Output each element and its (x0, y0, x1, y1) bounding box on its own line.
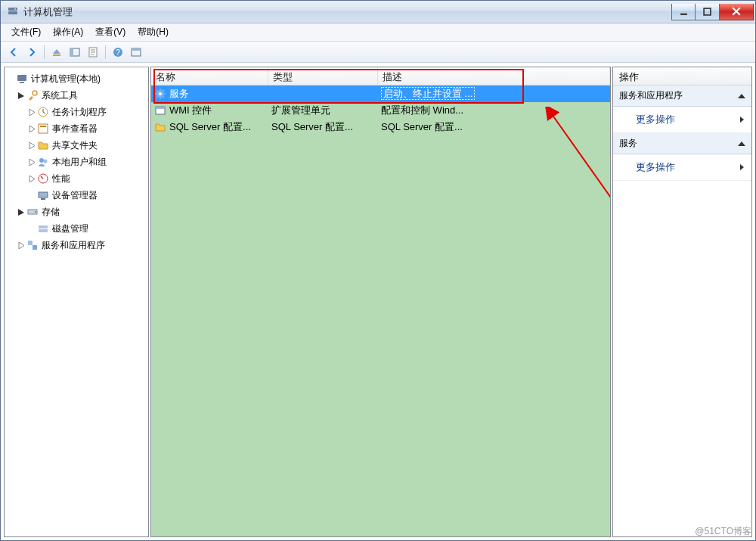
svg-line-30 (552, 114, 611, 296)
actions-section-services-apps[interactable]: 服务和应用程序 (613, 86, 751, 107)
col-header-name[interactable]: 名称 (151, 67, 268, 85)
watermark: @51CTO博客 (695, 525, 751, 538)
folder-icon (154, 121, 166, 133)
action-label: 更多操作 (636, 113, 675, 126)
event-icon (37, 123, 49, 135)
tree-performance[interactable]: 性能 (27, 170, 147, 187)
list-row-services[interactable]: 服务 启动、终止并设置 ... (151, 86, 610, 102)
tree-panel[interactable]: 计算机管理(本地) 系统工具 (4, 67, 149, 537)
list-row-wmi[interactable]: WMI 控件 扩展管理单元 配置和控制 Wind... (151, 102, 610, 119)
svg-point-25 (35, 211, 36, 213)
maximize-button[interactable] (696, 4, 720, 20)
collapse-icon (738, 141, 745, 146)
expand-icon[interactable] (27, 107, 36, 117)
action-more-2[interactable]: 更多操作 (613, 154, 751, 181)
expand-icon[interactable] (27, 141, 36, 150)
tree-system-tools[interactable]: 系统工具 (17, 87, 147, 104)
tree-event-viewer[interactable]: 事件查看器 (27, 120, 147, 137)
cell-desc: 配置和控制 Wind... (381, 104, 463, 116)
action-more-1[interactable]: 更多操作 (613, 107, 751, 133)
svg-rect-18 (40, 126, 46, 127)
window-buttons (671, 4, 754, 20)
tree-label: 系统工具 (42, 89, 78, 102)
show-hide-button[interactable] (67, 44, 83, 61)
list-header: 名称 类型 描述 (151, 67, 610, 86)
cell-type: 扩展管理单元 (271, 104, 330, 116)
back-button[interactable] (5, 44, 22, 61)
toolbar: ? (1, 42, 755, 63)
tree-root[interactable]: 计算机管理(本地) (6, 70, 147, 87)
services-apps-icon (26, 239, 39, 251)
collapse-icon[interactable] (17, 207, 26, 216)
svg-rect-3 (680, 13, 687, 14)
svg-rect-13 (17, 75, 26, 81)
col-header-desc[interactable]: 描述 (378, 67, 610, 85)
forward-button[interactable] (23, 44, 40, 61)
tree-label: 任务计划程序 (52, 106, 107, 119)
collapse-icon[interactable] (17, 91, 26, 100)
users-icon (37, 156, 49, 168)
folder-share-icon (37, 139, 49, 151)
svg-point-15 (33, 91, 37, 95)
wmi-icon (154, 104, 166, 117)
expand-icon[interactable] (17, 241, 26, 250)
tree-label: 设备管理器 (52, 189, 98, 202)
svg-rect-27 (39, 229, 48, 232)
col-header-type[interactable]: 类型 (268, 67, 378, 85)
svg-rect-26 (39, 225, 48, 229)
tree-disk-mgmt[interactable]: 磁盘管理 (27, 220, 147, 237)
svg-point-20 (44, 160, 48, 163)
svg-rect-14 (20, 82, 24, 83)
gear-icon (154, 88, 166, 100)
properties-button[interactable] (85, 44, 101, 61)
tree-label: 共享文件夹 (52, 139, 98, 152)
tree-local-users[interactable]: 本地用户和组 (27, 154, 147, 170)
menu-action[interactable]: 操作(A) (47, 23, 89, 41)
window-title: 计算机管理 (23, 5, 73, 19)
tree-label: 本地用户和组 (52, 156, 107, 169)
tree-storage[interactable]: 存储 (17, 204, 147, 220)
tree-label: 磁盘管理 (52, 222, 88, 235)
device-icon (37, 189, 49, 201)
svg-rect-2 (14, 8, 16, 9)
expand-icon[interactable] (27, 174, 36, 183)
section-label: 服务 (619, 137, 637, 150)
extra-button[interactable] (128, 44, 144, 61)
titlebar[interactable]: 计算机管理 (1, 1, 755, 23)
svg-rect-17 (39, 124, 48, 133)
up-button[interactable] (48, 44, 65, 61)
actions-title: 操作 (613, 67, 751, 86)
svg-text:?: ? (116, 48, 120, 57)
action-label: 更多操作 (636, 160, 675, 174)
expand-icon[interactable] (27, 157, 36, 166)
actions-panel: 操作 服务和应用程序 更多操作 服务 更多操作 (612, 67, 752, 537)
tree-task-scheduler[interactable]: 任务计划程序 (27, 104, 147, 120)
chevron-right-icon (740, 117, 744, 123)
svg-rect-4 (704, 8, 711, 15)
expand-icon[interactable] (27, 124, 36, 133)
clock-icon (37, 106, 49, 118)
help-button[interactable]: ? (110, 44, 126, 61)
toolbar-separator (44, 45, 45, 59)
close-button[interactable] (720, 4, 754, 20)
cell-type: SQL Server 配置... (271, 121, 353, 132)
menu-help[interactable]: 帮助(H) (132, 23, 175, 41)
tree-shared-folders[interactable]: 共享文件夹 (27, 137, 147, 154)
tree-services-apps[interactable]: 服务和应用程序 (17, 237, 147, 253)
tree-label: 服务和应用程序 (42, 239, 105, 252)
actions-section-services[interactable]: 服务 (613, 133, 751, 154)
minimize-button[interactable] (671, 4, 696, 20)
tree-label: 存储 (42, 206, 60, 219)
svg-point-19 (39, 158, 44, 163)
app-icon (7, 6, 19, 18)
performance-icon (37, 173, 49, 185)
chevron-right-icon (740, 164, 744, 170)
list-row-sqlserver[interactable]: SQL Server 配置... SQL Server 配置... SQL Se… (151, 119, 610, 135)
tree-device-manager[interactable]: 设备管理器 (27, 187, 147, 204)
cell-desc: SQL Server 配置... (381, 121, 463, 132)
toolbar-separator (105, 45, 106, 59)
body: 计算机管理(本地) 系统工具 (1, 63, 755, 540)
menu-view[interactable]: 查看(V) (89, 23, 132, 41)
cell-desc: 启动、终止并设置 ... (381, 87, 475, 100)
menu-file[interactable]: 文件(F) (5, 23, 47, 41)
